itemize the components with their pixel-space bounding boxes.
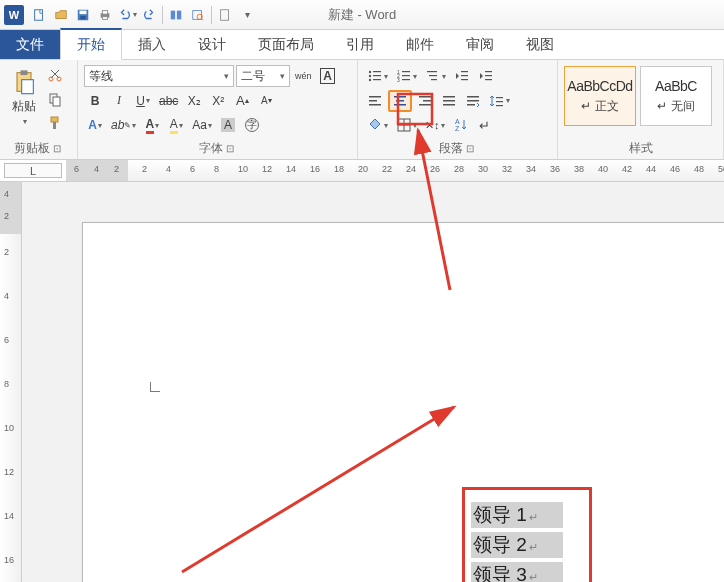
style-normal[interactable]: AaBbCcDd ↵ 正文	[564, 66, 636, 126]
ribbon: 粘贴 ▾ 剪贴板 ⊡ 等线▾ 二号▾ wén A B I U▾ abc X₂ X…	[0, 60, 724, 160]
print-icon[interactable]	[94, 4, 116, 26]
tab-mailings[interactable]: 邮件	[390, 30, 450, 59]
selected-text-block[interactable]: 领导 1↵领导 2↵领导 3↵领导 4↵领导 5↵	[462, 487, 592, 582]
svg-rect-42	[369, 96, 381, 98]
distribute-button[interactable]	[462, 90, 484, 112]
enclose-characters-button[interactable]: 字	[241, 114, 263, 136]
svg-rect-3	[80, 15, 85, 19]
paragraph-mark-icon: ↵	[529, 511, 538, 523]
blank-doc-icon[interactable]	[214, 4, 236, 26]
style-name: 无间	[671, 99, 695, 113]
underline-button[interactable]: U▾	[132, 90, 154, 112]
svg-rect-37	[461, 75, 468, 76]
svg-rect-14	[22, 80, 34, 94]
document-page[interactable]	[82, 222, 724, 582]
tab-file[interactable]: 文件	[0, 30, 60, 59]
format-painter-button[interactable]	[44, 112, 66, 134]
decrease-indent-button[interactable]	[451, 65, 473, 87]
dialog-launcher-icon[interactable]: ⊡	[466, 143, 476, 154]
svg-text:3: 3	[397, 77, 400, 83]
strikethrough-button[interactable]: abc	[156, 90, 181, 112]
align-right-button[interactable]	[414, 90, 436, 112]
cut-button[interactable]	[44, 64, 66, 86]
phonetic-guide-button[interactable]: wén	[292, 65, 315, 87]
style-sample: AaBbC	[655, 78, 697, 94]
vertical-ruler[interactable]: 42246810121416	[0, 182, 22, 582]
line-spacing-button[interactable]: ▾	[486, 90, 513, 112]
asian-layout-button[interactable]: ✕↕▾	[422, 114, 448, 136]
align-left-button[interactable]	[364, 90, 386, 112]
svg-point-25	[369, 79, 371, 81]
tab-insert[interactable]: 插入	[122, 30, 182, 59]
save-icon[interactable]	[72, 4, 94, 26]
tab-selector[interactable]: L	[4, 163, 62, 178]
highlight-button[interactable]: A▾	[141, 114, 163, 136]
horizontal-ruler[interactable]: 6422468101214161820222426283032343638404…	[66, 160, 724, 181]
svg-rect-47	[394, 104, 406, 106]
paste-button[interactable]: 粘贴 ▾	[6, 64, 42, 130]
character-border-button[interactable]: A	[317, 65, 339, 87]
work-area: 42246810121416 领导 1↵领导 2↵领导 3↵领导 4↵领导 5↵	[0, 182, 724, 582]
subscript-button[interactable]: X₂	[183, 90, 205, 112]
bold-button[interactable]: B	[84, 90, 106, 112]
font-color-button[interactable]: A▾	[165, 114, 187, 136]
clear-formatting-button[interactable]: ab✎▾	[108, 114, 139, 136]
svg-rect-51	[443, 96, 455, 98]
bullets-button[interactable]: ▾	[364, 65, 391, 87]
find-replace-icon[interactable]	[187, 4, 209, 26]
change-case-button[interactable]: Aa▾	[189, 114, 215, 136]
font-family-combo[interactable]: 等线▾	[84, 65, 234, 87]
style-no-spacing[interactable]: AaBbC ↵ 无间	[640, 66, 712, 126]
reading-mode-icon[interactable]	[165, 4, 187, 26]
svg-rect-22	[373, 71, 381, 72]
customize-qat-icon[interactable]: ▾	[236, 4, 258, 26]
text-effects-button[interactable]: A▾	[84, 114, 106, 136]
svg-rect-55	[467, 100, 479, 102]
shading-button[interactable]: ▾	[364, 114, 391, 136]
dialog-launcher-icon[interactable]: ⊡	[226, 143, 236, 154]
tab-references[interactable]: 引用	[330, 30, 390, 59]
font-size-combo[interactable]: 二号▾	[236, 65, 290, 87]
align-center-button[interactable]	[388, 90, 412, 112]
qat-separator	[162, 6, 163, 24]
tab-review[interactable]: 审阅	[450, 30, 510, 59]
dialog-launcher-icon[interactable]: ⊡	[53, 143, 63, 154]
grow-font-button[interactable]: A▴	[231, 90, 253, 112]
page-viewport[interactable]: 领导 1↵领导 2↵领导 3↵领导 4↵领导 5↵	[22, 182, 724, 582]
show-marks-button[interactable]: ↵	[474, 114, 496, 136]
numbering-button[interactable]: 123▾	[393, 65, 420, 87]
tab-layout[interactable]: 页面布局	[242, 30, 330, 59]
svg-rect-33	[427, 71, 437, 72]
document-text-line[interactable]: 领导 3↵	[471, 562, 563, 582]
document-text-line[interactable]: 领导 1↵	[471, 502, 563, 528]
italic-button[interactable]: I	[108, 90, 130, 112]
sort-button[interactable]: AZ	[450, 114, 472, 136]
svg-text:A: A	[455, 118, 460, 125]
open-icon[interactable]	[50, 4, 72, 26]
multilevel-list-button[interactable]: ▾	[422, 65, 449, 87]
svg-rect-56	[467, 104, 475, 106]
tab-design[interactable]: 设计	[182, 30, 242, 59]
new-doc-icon[interactable]	[28, 4, 50, 26]
redo-icon[interactable]	[138, 4, 160, 26]
paragraph-mark-icon: ↵	[529, 541, 538, 553]
document-text-line[interactable]: 领导 2↵	[471, 532, 563, 558]
borders-button[interactable]: ▾	[393, 114, 420, 136]
margin-corner-marker	[150, 382, 160, 392]
tab-view[interactable]: 视图	[510, 30, 570, 59]
justify-button[interactable]	[438, 90, 460, 112]
undo-icon[interactable]: ▾	[116, 4, 138, 26]
superscript-button[interactable]: X²	[207, 90, 229, 112]
svg-rect-53	[443, 104, 455, 106]
copy-button[interactable]	[44, 88, 66, 110]
increase-indent-button[interactable]	[475, 65, 497, 87]
tab-home[interactable]: 开始	[60, 28, 122, 60]
svg-rect-41	[485, 79, 492, 80]
svg-point-21	[369, 71, 371, 73]
shrink-font-button[interactable]: A▾	[255, 90, 277, 112]
character-shading-button[interactable]: A	[217, 114, 239, 136]
svg-rect-19	[51, 117, 58, 122]
group-styles: AaBbCcDd ↵ 正文 AaBbC ↵ 无间 样式	[558, 60, 724, 159]
svg-rect-35	[431, 79, 437, 80]
svg-rect-7	[171, 10, 175, 19]
